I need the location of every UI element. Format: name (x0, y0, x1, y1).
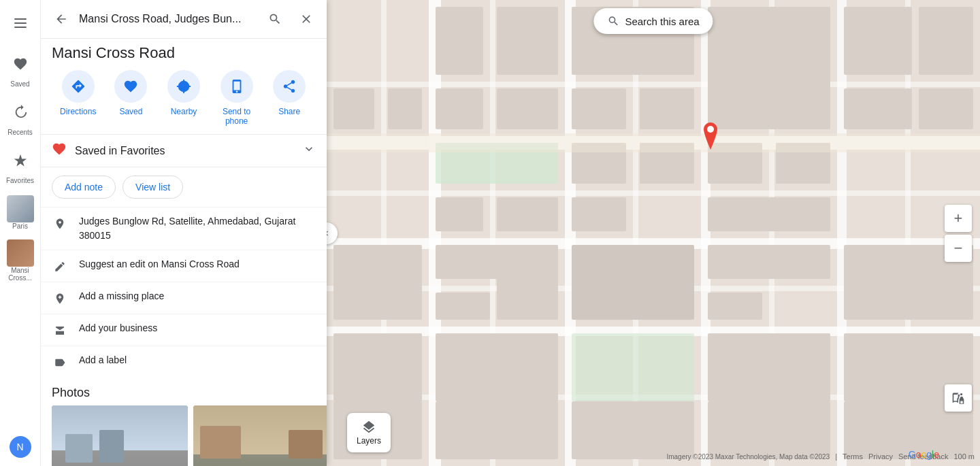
zoom-out-button[interactable]: − (945, 235, 972, 262)
expand-chevron-icon (302, 142, 316, 159)
map-background (327, 0, 980, 466)
svg-rect-53 (572, 333, 694, 401)
add-label-row[interactable]: Add a label (41, 346, 327, 378)
svg-rect-40 (844, 88, 912, 129)
saved-favorites-banner[interactable]: Saved in Favorites (41, 134, 327, 167)
terms-link[interactable]: Terms (843, 452, 863, 461)
share-icon (273, 70, 306, 103)
recents-nav-button[interactable] (4, 96, 37, 129)
view-list-button[interactable]: View list (122, 176, 183, 199)
add-place-icon (52, 290, 68, 307)
action-buttons-row: Directions Saved Nearby Send tophone Sha… (41, 65, 327, 134)
saved-action-label: Saved (119, 107, 142, 116)
svg-rect-32 (572, 197, 626, 231)
photos-section: Photos ⊙ 19 Photos (41, 378, 327, 466)
svg-rect-25 (436, 197, 483, 231)
suggest-edit-text: Suggest an edit on Mansi Cross Road (79, 257, 240, 271)
svg-rect-30 (572, 88, 626, 129)
saved-button[interactable]: Saved (109, 70, 152, 126)
mansi-shortcut[interactable] (7, 239, 34, 267)
svg-rect-57 (436, 401, 558, 459)
svg-rect-52 (436, 333, 558, 401)
place-title-area: Mansi Cross Road (41, 39, 327, 65)
left-panel: Saved Recents Favorites Paris Mansi Cros… (0, 0, 41, 466)
svg-rect-47 (572, 245, 694, 320)
directions-icon (62, 70, 95, 103)
photo-second-thumb[interactable]: 19 Photos (193, 405, 327, 466)
close-button[interactable] (293, 5, 320, 33)
edit-icon (52, 259, 68, 275)
svg-rect-43 (333, 245, 422, 320)
search-button[interactable] (261, 5, 289, 33)
back-button[interactable] (48, 5, 75, 33)
map-area[interactable]: Search this area + − Layers Imagery ©202… (327, 0, 980, 466)
share-label: Share (278, 107, 300, 116)
directions-button[interactable]: Directions (56, 70, 100, 126)
photos-title: Photos (52, 386, 316, 400)
saved-nav-label: Saved (10, 80, 29, 88)
svg-rect-26 (497, 7, 558, 75)
note-list-row: Add note View list (41, 167, 327, 207)
svg-rect-21 (388, 88, 422, 129)
svg-rect-0 (14, 18, 27, 20)
svg-rect-12 (327, 190, 980, 196)
street-view-button[interactable] (945, 384, 972, 412)
saved-favorites-text: Saved in Favorites (75, 145, 302, 157)
svg-rect-54 (708, 333, 830, 401)
add-business-row[interactable]: Add your business (41, 314, 327, 346)
sidebar-header (41, 0, 327, 39)
svg-rect-35 (708, 7, 830, 129)
svg-rect-46 (497, 245, 558, 320)
favorites-heart-icon (52, 142, 67, 160)
svg-rect-27 (497, 88, 558, 129)
suggest-edit-row[interactable]: Suggest an edit on Mansi Cross Road (41, 250, 327, 282)
saved-icon (114, 70, 147, 103)
send-to-phone-icon (220, 70, 253, 103)
svg-rect-28 (497, 197, 558, 231)
svg-rect-45 (436, 293, 490, 320)
add-missing-text: Add a missing place (79, 289, 164, 303)
nearby-icon (167, 70, 200, 103)
svg-rect-33 (640, 88, 694, 129)
recents-nav-label: Recents (7, 129, 33, 136)
user-avatar[interactable]: N (10, 436, 31, 458)
layers-label: Layers (357, 436, 381, 446)
svg-rect-2 (14, 27, 27, 28)
photo-streetview-thumb[interactable]: ⊙ (52, 405, 188, 466)
add-missing-place-row[interactable]: Add a missing place (41, 282, 327, 314)
paris-shortcut[interactable] (7, 195, 34, 222)
svg-rect-39 (844, 7, 912, 75)
svg-point-62 (707, 126, 714, 133)
zoom-in-button[interactable]: + (945, 205, 972, 232)
add-label-text: Add a label (79, 353, 127, 367)
map-controls: + − (945, 205, 972, 262)
send-to-phone-label: Send tophone (223, 107, 250, 126)
label-icon (52, 354, 68, 371)
location-icon (52, 216, 68, 232)
favorites-nav-button[interactable] (4, 144, 37, 177)
hamburger-menu-button[interactable] (4, 7, 37, 39)
send-to-phone-button[interactable]: Send tophone (215, 70, 259, 126)
search-area-button[interactable]: Search this area (593, 8, 713, 34)
svg-rect-51 (333, 333, 422, 401)
svg-rect-58 (572, 401, 694, 459)
favorites-nav-label: Favorites (6, 177, 34, 184)
svg-rect-41 (919, 7, 973, 75)
address-row[interactable]: Judges Bunglow Rd, Satellite, Ahmedabad,… (41, 207, 327, 250)
paris-label: Paris (12, 222, 28, 230)
add-business-text: Add your business (79, 321, 157, 335)
svg-rect-20 (333, 88, 374, 129)
svg-rect-1 (14, 22, 27, 24)
share-button[interactable]: Share (267, 70, 311, 126)
svg-rect-49 (708, 293, 762, 320)
svg-rect-42 (919, 88, 973, 129)
saved-nav-button[interactable] (4, 48, 37, 80)
directions-label: Directions (60, 107, 96, 116)
nearby-label: Nearby (171, 107, 197, 116)
layers-button[interactable]: Layers (347, 413, 391, 452)
nearby-button[interactable]: Nearby (162, 70, 206, 126)
search-input[interactable] (79, 13, 257, 25)
place-title: Mansi Cross Road (52, 44, 316, 62)
privacy-link[interactable]: Privacy (868, 452, 893, 461)
add-note-button[interactable]: Add note (52, 176, 116, 199)
